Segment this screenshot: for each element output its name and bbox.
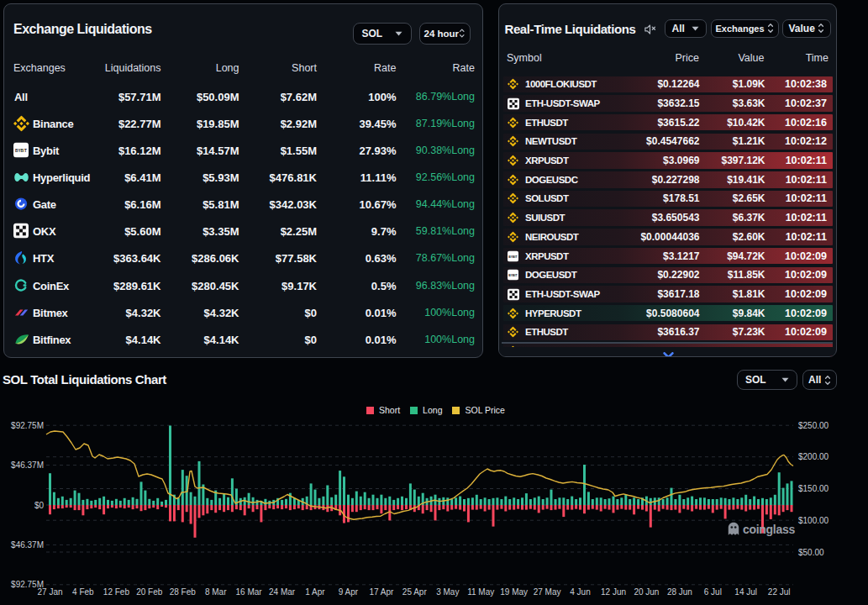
svg-text:$46.37M: $46.37M: [11, 540, 44, 550]
svg-text:4 Feb: 4 Feb: [72, 587, 94, 597]
svg-text:$50.00: $50.00: [798, 548, 824, 557]
svg-text:28 Feb: 28 Feb: [170, 587, 197, 597]
svg-text:$92.75M: $92.75M: [11, 421, 44, 430]
svg-text:24 Mar: 24 Mar: [269, 587, 296, 597]
svg-text:$150.00: $150.00: [798, 484, 829, 493]
svg-text:$100.00: $100.00: [798, 516, 829, 525]
svg-text:25 Apr: 25 Apr: [402, 587, 428, 597]
svg-text:27 May: 27 May: [534, 587, 561, 597]
svg-text:$0: $0: [34, 501, 45, 510]
svg-text:4 Jun: 4 Jun: [570, 587, 590, 597]
svg-text:$46.37M: $46.37M: [11, 460, 44, 470]
svg-text:20 Jun: 20 Jun: [634, 587, 659, 597]
svg-text:BYBIT: BYBIT: [508, 255, 518, 258]
svg-text:$200.00: $200.00: [798, 452, 829, 461]
svg-text:$250.00: $250.00: [798, 421, 829, 430]
svg-text:9 Apr: 9 Apr: [339, 587, 359, 597]
svg-text:BYBIT: BYBIT: [508, 274, 518, 277]
svg-text:BYBIT: BYBIT: [15, 149, 27, 153]
svg-text:28 Jun: 28 Jun: [667, 587, 692, 597]
svg-text:1 Apr: 1 Apr: [305, 587, 325, 597]
svg-text:12 Jun: 12 Jun: [601, 587, 626, 597]
svg-text:14 Jul: 14 Jul: [734, 587, 757, 597]
svg-text:16 Mar: 16 Mar: [236, 587, 263, 597]
svg-text:3 May: 3 May: [436, 587, 459, 597]
svg-text:8 Mar: 8 Mar: [205, 587, 227, 597]
svg-text:19 May: 19 May: [500, 587, 528, 597]
svg-text:12 Feb: 12 Feb: [103, 587, 130, 597]
svg-text:27 Jan: 27 Jan: [37, 587, 62, 597]
svg-text:22 Jul: 22 Jul: [768, 587, 791, 597]
svg-text:17 Apr: 17 Apr: [369, 587, 394, 597]
svg-text:6 Jul: 6 Jul: [704, 587, 722, 597]
svg-text:11 May: 11 May: [467, 587, 494, 597]
svg-text:20 Feb: 20 Feb: [136, 587, 163, 597]
